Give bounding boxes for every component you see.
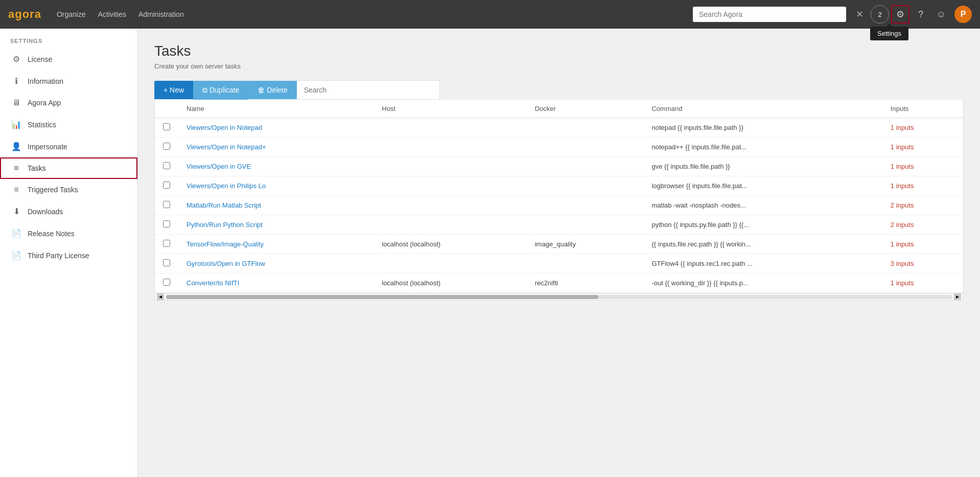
delete-button[interactable]: 🗑 Delete	[248, 81, 296, 99]
search-input[interactable]	[693, 7, 846, 22]
checkbox-7[interactable]	[163, 259, 170, 266]
toolbar: + New ⧉ Duplicate 🗑 Delete	[154, 80, 964, 100]
inputs-badge-3: 1 inputs	[891, 182, 914, 190]
row-name-1: Viewers/Open in Notepad+	[178, 138, 374, 157]
row-inputs-1: 1 inputs	[882, 138, 963, 157]
inputs-badge-1: 1 inputs	[891, 143, 914, 151]
inputs-badge-4: 2 inputs	[891, 201, 914, 209]
inputs-badge-5: 2 inputs	[891, 221, 914, 229]
new-button[interactable]: + New	[154, 81, 193, 99]
settings-tooltip: Settings	[870, 27, 908, 40]
h-scrollbar-thumb	[166, 295, 598, 299]
checkbox-3[interactable]	[163, 181, 170, 189]
row-checkbox-1[interactable]	[155, 138, 178, 157]
sidebar-item-downloads[interactable]: ⬇ Downloads	[0, 200, 137, 222]
task-link-1[interactable]: Viewers/Open in Notepad+	[186, 143, 266, 151]
duplicate-button[interactable]: ⧉ Duplicate	[193, 81, 248, 100]
row-host-3	[374, 176, 526, 196]
close-search-icon[interactable]: ✕	[850, 5, 869, 24]
row-inputs-5: 2 inputs	[882, 215, 963, 235]
nav-administration[interactable]: Administration	[138, 10, 184, 18]
row-inputs-0: 1 inputs	[882, 118, 963, 138]
settings-button[interactable]: ⚙	[891, 5, 909, 24]
task-link-5[interactable]: Python/Run Python Script	[186, 221, 263, 229]
row-docker-7	[527, 254, 644, 274]
sidebar-item-information[interactable]: ℹ Information	[0, 70, 137, 92]
statistics-icon: 📊	[11, 120, 21, 129]
checkbox-5[interactable]	[163, 220, 170, 228]
row-host-7	[374, 254, 526, 274]
inputs-badge-6: 1 inputs	[891, 240, 914, 248]
help-icon[interactable]: ?	[912, 5, 930, 24]
sidebar: SETTINGS ⚙ License ℹ Information 🖥 Agora…	[0, 29, 138, 477]
task-link-0[interactable]: Viewers/Open in Notepad	[186, 124, 262, 131]
information-icon: ℹ	[11, 76, 21, 86]
row-checkbox-2[interactable]	[155, 157, 178, 176]
task-link-3[interactable]: Viewers/Open in Philips Lo	[186, 182, 266, 190]
row-checkbox-6[interactable]	[155, 235, 178, 254]
notification-badge[interactable]: 2	[871, 5, 889, 24]
sidebar-item-agora-app[interactable]: 🖥 Agora App	[0, 92, 137, 113]
sidebar-item-release-notes[interactable]: 📄 Release Notes	[0, 222, 137, 244]
row-command-0: notepad {{ inputs.file.file.path }}	[643, 118, 882, 138]
row-command-5: python {{ inputs.py.file.path }} {{...	[643, 215, 882, 235]
row-host-6: localhost (localhost)	[374, 235, 526, 254]
sidebar-item-tasks[interactable]: ≡ Tasks	[0, 157, 137, 179]
main-layout: SETTINGS ⚙ License ℹ Information 🖥 Agora…	[0, 29, 980, 477]
scroll-left-button[interactable]: ◀	[157, 293, 164, 301]
sidebar-item-label-statistics: Statistics	[28, 121, 56, 129]
page-title: Tasks	[154, 43, 964, 59]
sidebar-item-license[interactable]: ⚙ License	[0, 48, 137, 70]
tasks-table: NameHostDockerCommandInputs Viewers/Open…	[155, 100, 963, 293]
row-command-2: gve {{ inputs.file.file.path }}	[643, 157, 882, 176]
task-link-4[interactable]: Matlab/Run Matlab Script	[186, 201, 261, 209]
checkbox-4[interactable]	[163, 201, 170, 208]
row-host-2	[374, 157, 526, 176]
topnav-icons: ✕ 2 ⚙ ? ☺ P	[850, 5, 972, 24]
downloads-icon: ⬇	[11, 207, 21, 216]
row-host-5	[374, 215, 526, 235]
sidebar-item-label-third-party-license: Third Party License	[28, 252, 89, 260]
row-checkbox-4[interactable]	[155, 196, 178, 215]
sidebar-item-third-party-license[interactable]: 📄 Third Party License	[0, 244, 137, 266]
row-host-8: localhost (localhost)	[374, 274, 526, 293]
release-notes-icon: 📄	[11, 229, 21, 238]
checkbox-6[interactable]	[163, 240, 170, 247]
task-link-7[interactable]: Gyrotools/Open in GTFlow	[186, 260, 265, 267]
scroll-right-button[interactable]: ▶	[954, 293, 961, 301]
row-name-3: Viewers/Open in Philips Lo	[178, 176, 374, 196]
toolbar-search-input[interactable]	[297, 80, 440, 100]
row-docker-5	[527, 215, 644, 235]
checkbox-0[interactable]	[163, 123, 170, 130]
table-row: Python/Run Python Scriptpython {{ inputs…	[155, 215, 963, 235]
sidebar-item-triggered-tasks[interactable]: ≡ Triggered Tasks	[0, 179, 137, 200]
nav-activities[interactable]: Activities	[98, 10, 126, 18]
row-checkbox-3[interactable]	[155, 176, 178, 196]
row-inputs-2: 1 inputs	[882, 157, 963, 176]
task-link-6[interactable]: TensorFlow/Image-Quality	[186, 240, 264, 248]
row-checkbox-7[interactable]	[155, 254, 178, 274]
row-docker-4	[527, 196, 644, 215]
row-docker-8: rec2nifti	[527, 274, 644, 293]
task-link-8[interactable]: Converter/to NIfTI	[186, 279, 239, 287]
sidebar-item-impersonate[interactable]: 👤 Impersonate	[0, 135, 137, 157]
checkbox-1[interactable]	[163, 143, 170, 150]
emoji-icon[interactable]: ☺	[932, 5, 950, 24]
sidebar-item-label-agora-app: Agora App	[28, 99, 61, 107]
row-checkbox-5[interactable]	[155, 215, 178, 235]
checkbox-8[interactable]	[163, 279, 170, 286]
row-checkbox-8[interactable]	[155, 274, 178, 293]
col-header-1: Name	[178, 100, 374, 118]
sidebar-item-statistics[interactable]: 📊 Statistics	[0, 113, 137, 135]
inputs-badge-0: 1 inputs	[891, 124, 914, 131]
checkbox-2[interactable]	[163, 162, 170, 169]
row-host-4	[374, 196, 526, 215]
triggered-tasks-icon: ≡	[11, 185, 21, 194]
table-body: Viewers/Open in Notepadnotepad {{ inputs…	[155, 118, 963, 293]
row-name-6: TensorFlow/Image-Quality	[178, 235, 374, 254]
row-name-0: Viewers/Open in Notepad	[178, 118, 374, 138]
row-checkbox-0[interactable]	[155, 118, 178, 138]
user-avatar[interactable]: P	[954, 6, 972, 23]
task-link-2[interactable]: Viewers/Open in GVE	[186, 163, 251, 170]
nav-organize[interactable]: Organize	[57, 10, 86, 18]
